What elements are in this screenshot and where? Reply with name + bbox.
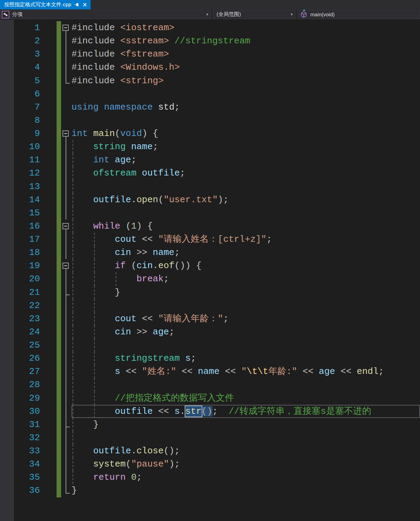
line-number[interactable]: 3 [0,48,40,61]
code-text[interactable] [72,206,420,220]
close-icon[interactable] [83,2,87,7]
code-text[interactable]: ofstream outfile; [72,166,420,180]
line-number[interactable]: 2 [0,34,40,48]
code-text[interactable]: if (cin.eof()) { [72,259,420,272]
code-line[interactable]: 26 stringstream s; [0,352,420,365]
code-line[interactable]: 33 outfile.close(); [0,444,420,458]
code-text[interactable]: //把指定格式的数据写入文件 [72,392,420,405]
code-text[interactable]: int main(void) { [72,127,420,140]
line-number[interactable]: 30 [0,405,40,418]
line-number[interactable]: 17 [0,233,40,246]
code-line[interactable]: 29 //把指定格式的数据写入文件 [0,392,420,405]
code-line[interactable]: 9int main(void) { [0,127,420,140]
line-number[interactable]: 31 [0,418,40,431]
code-line[interactable]: 31 } [0,418,420,431]
code-text[interactable]: #include <string> [72,74,420,87]
line-number[interactable]: 14 [0,193,40,206]
line-number[interactable]: 16 [0,220,40,233]
code-text[interactable]: cin >> name; [72,246,420,259]
line-number[interactable]: 25 [0,339,40,352]
code-line[interactable]: 11 int age; [0,153,420,166]
code-line[interactable]: 10 string name; [0,140,420,153]
line-number[interactable]: 8 [0,114,40,127]
code-editor[interactable]: 1#include <iostream>2#include <sstream> … [0,20,420,521]
collapse-toggle-icon[interactable] [62,25,69,31]
code-text[interactable]: break; [72,272,420,285]
code-text[interactable]: cout << "请输入姓名：[ctrl+z]"; [72,233,420,246]
line-number[interactable]: 5 [0,74,40,87]
code-line[interactable]: 28 [0,378,420,391]
collapse-toggle-icon[interactable] [62,263,69,269]
code-text[interactable] [72,378,420,391]
line-number[interactable]: 18 [0,246,40,259]
code-line[interactable]: 5#include <string> [0,74,420,87]
code-text[interactable] [72,299,420,312]
code-text[interactable]: system("pause"); [72,458,420,471]
line-number[interactable]: 6 [0,87,40,101]
code-line[interactable]: 13 [0,180,420,193]
code-line[interactable]: 12 ofstream outfile; [0,166,420,180]
code-text[interactable]: #include <iostream> [72,21,420,34]
line-number[interactable]: 13 [0,180,40,193]
code-line[interactable]: 20 break; [0,272,420,285]
code-text[interactable]: stringstream s; [72,352,420,365]
line-number[interactable]: 26 [0,352,40,365]
code-line[interactable]: 27 s << "姓名:" << name << "\t\t年龄:" << ag… [0,365,420,378]
line-number[interactable]: 32 [0,431,40,444]
code-text[interactable]: cout << "请输入年龄："; [72,312,420,325]
code-line[interactable]: 7using namespace std; [0,101,420,114]
code-line[interactable]: 3#include <fstream> [0,48,420,61]
line-number[interactable]: 21 [0,286,40,299]
line-number[interactable]: 7 [0,101,40,114]
line-number[interactable]: 24 [0,325,40,339]
symbol-dropdown[interactable]: main(void) [297,10,420,19]
code-text[interactable]: #include <sstream> //stringstream [72,34,420,48]
line-number[interactable]: 20 [0,272,40,285]
code-line[interactable]: 32 [0,431,420,444]
code-text[interactable] [72,339,420,352]
code-line[interactable]: 6 [0,87,420,101]
line-number[interactable]: 33 [0,444,40,458]
line-number[interactable]: 36 [0,484,40,497]
code-line[interactable]: 8 [0,114,420,127]
code-text[interactable] [72,87,420,101]
line-number[interactable]: 22 [0,299,40,312]
code-line[interactable]: 16 while (1) { [0,220,420,233]
line-number[interactable]: 15 [0,206,40,220]
code-text[interactable]: while (1) { [72,220,420,233]
code-text[interactable]: return 0; [72,471,420,484]
code-line[interactable]: 36} [0,484,420,497]
code-text[interactable]: } [72,484,420,497]
line-number[interactable]: 27 [0,365,40,378]
code-text[interactable] [72,180,420,193]
code-text[interactable]: #include <fstream> [72,48,420,61]
line-number[interactable]: 19 [0,259,40,272]
line-number[interactable]: 10 [0,140,40,153]
line-number[interactable]: 29 [0,392,40,405]
code-line[interactable]: 14 outfile.open("user.txt"); [0,193,420,206]
line-number[interactable]: 4 [0,61,40,74]
code-line[interactable]: 35 return 0; [0,471,420,484]
code-line[interactable]: 1#include <iostream> [0,21,420,34]
code-line[interactable]: 15 [0,206,420,220]
code-line[interactable]: 25 [0,339,420,352]
code-line[interactable]: 30 outfile << s.str(); //转成字符串，直接塞s是塞不进的 [0,405,420,418]
code-line[interactable]: 23 cout << "请输入年龄："; [0,312,420,325]
pin-icon[interactable] [74,2,79,7]
code-text[interactable]: outfile.close(); [72,444,420,458]
line-number[interactable]: 1 [0,21,40,34]
code-text[interactable] [72,114,420,127]
line-number[interactable]: 28 [0,378,40,391]
code-text[interactable]: int age; [72,153,420,166]
code-line[interactable]: 2#include <sstream> //stringstream [0,34,420,48]
code-text[interactable]: outfile << s.str(); //转成字符串，直接塞s是塞不进的 [72,405,420,418]
code-line[interactable]: 17 cout << "请输入姓名：[ctrl+z]"; [0,233,420,246]
line-number[interactable]: 12 [0,166,40,180]
code-text[interactable]: #include <Windows.h> [72,61,420,74]
code-text[interactable]: outfile.open("user.txt"); [72,193,420,206]
code-text[interactable]: s << "姓名:" << name << "\t\t年龄:" << age <… [72,365,420,378]
code-line[interactable]: 22 [0,299,420,312]
code-line[interactable]: 4#include <Windows.h> [0,61,420,74]
line-number[interactable]: 35 [0,471,40,484]
member-dropdown[interactable]: 分项 ▾ [0,10,211,19]
